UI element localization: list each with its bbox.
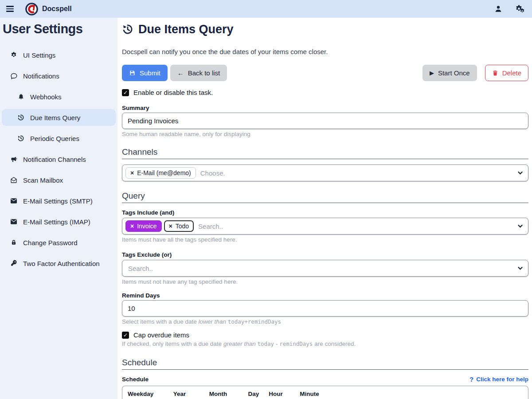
chevron-down-icon[interactable]: [517, 266, 523, 271]
sidebar-item-periodic-queries[interactable]: Periodic Queries: [2, 130, 116, 147]
schedule-month-value: *: [207, 397, 230, 399]
user-lock-icon: [10, 239, 18, 246]
summary-help: Some human readable name, only for displ…: [122, 131, 528, 137]
remind-days-help: Select items with a due date lower than …: [122, 318, 528, 325]
key-icon: [10, 260, 18, 267]
schedule-help-link[interactable]: ? Click here for help: [469, 376, 528, 383]
schedule-heading: Schedule: [122, 358, 528, 370]
sidebar-item-email-smtp[interactable]: E-Mail Settings (SMTP): [2, 192, 116, 209]
submit-button[interactable]: Submit: [122, 65, 168, 81]
delete-button[interactable]: Delete: [485, 65, 528, 81]
schedule-table-box: Weekday Year Month Day Hour Minute * – *…: [122, 386, 528, 399]
schedule-minute-value: 00: [297, 397, 322, 399]
enable-task-checkbox[interactable]: ✓: [122, 89, 129, 96]
tags-include-select[interactable]: × Invoice × Todo Search..: [122, 218, 528, 235]
brand-label: Docspell: [42, 5, 72, 13]
sidebar-item-scan-mailbox[interactable]: Scan Mailbox: [2, 172, 116, 188]
cap-overdue-row: ✓ Cap overdue items: [122, 331, 528, 339]
schedule-hour-value: 00: [263, 397, 288, 399]
tags-include-help: Items must have all the tags specified h…: [122, 236, 528, 243]
start-once-button[interactable]: ▶ Start Once: [422, 65, 477, 81]
main-content: Due Items Query Docspell can notify you …: [117, 18, 532, 399]
docspell-logo: [25, 3, 38, 16]
question-icon: ?: [469, 376, 473, 383]
remind-days-label: Remind Days: [122, 292, 528, 299]
summary-input[interactable]: [122, 113, 528, 129]
enable-task-label[interactable]: Enable or disable this task.: [133, 89, 213, 96]
trash-icon: [492, 70, 498, 76]
check-icon: ✓: [123, 90, 128, 96]
schedule-label: Schedule: [122, 376, 149, 383]
schedule-separator: –: [230, 397, 244, 399]
sidebar-item-label: UI Settings: [23, 51, 55, 59]
history-icon: [122, 23, 133, 35]
tags-include-label: Tags Include (and): [122, 209, 528, 216]
arrow-left-icon: ←: [177, 70, 184, 76]
sidebar-item-email-imap[interactable]: E-Mail Settings (IMAP): [2, 213, 116, 230]
chevron-down-icon[interactable]: [517, 223, 523, 229]
sidebar-item-label: E-Mail Settings (IMAP): [23, 218, 90, 226]
bell-icon: [17, 93, 25, 100]
sidebar-item-label: Scan Mailbox: [23, 176, 63, 184]
channels-select[interactable]: × E-Mail (me@demo) Choose.: [122, 164, 528, 181]
envelope-icon: [10, 198, 18, 204]
brand[interactable]: Docspell: [25, 3, 72, 16]
schedule-separator: –: [191, 397, 207, 399]
menu-icon[interactable]: [6, 6, 14, 12]
sidebar-item-label: Two Factor Authentication: [23, 260, 100, 267]
schedule-colon: :: [288, 397, 297, 399]
comment-icon: [10, 72, 18, 80]
sidebar-item-label: Due Items Query: [30, 114, 80, 121]
chevron-down-icon[interactable]: [517, 170, 523, 176]
top-navbar: Docspell: [0, 0, 532, 18]
tag-chip-todo[interactable]: × Todo: [164, 220, 194, 232]
sidebar-title: User Settings: [3, 22, 117, 36]
page-title-text: Due Items Query: [138, 22, 234, 36]
sidebar-item-webhooks[interactable]: Webhooks: [2, 88, 116, 105]
bullhorn-icon: [10, 156, 18, 163]
check-icon: ✓: [123, 332, 128, 338]
history-icon: [17, 114, 25, 121]
page-description: Docspell can notify you once the due dat…: [122, 48, 528, 55]
tag-chip-invoice[interactable]: × Invoice: [125, 220, 162, 232]
remove-icon[interactable]: ×: [130, 170, 134, 176]
tags-exclude-help: Items must not have any tag specified he…: [122, 278, 528, 285]
sidebar-item-notifications[interactable]: Notifications: [2, 67, 116, 84]
sidebar-item-change-password[interactable]: Change Password: [2, 234, 116, 251]
sidebar-nav: UI Settings Notifications Webhooks Due I…: [0, 47, 117, 272]
toolbar: Submit ← Back to list ▶ Start Once Delet…: [122, 65, 528, 81]
tags-exclude-select[interactable]: Search..: [122, 260, 528, 277]
history-icon: [17, 135, 25, 142]
channel-chip[interactable]: × E-Mail (me@demo): [125, 167, 196, 179]
remove-icon[interactable]: ×: [169, 223, 172, 229]
sidebar-item-label: Webhooks: [30, 93, 62, 101]
cap-overdue-label[interactable]: Cap overdue items: [133, 331, 189, 339]
query-heading: Query: [122, 191, 528, 203]
save-icon: [129, 70, 136, 76]
sidebar-item-two-factor[interactable]: Two Factor Authentication: [2, 255, 116, 272]
sidebar-item-due-items-query[interactable]: Due Items Query: [2, 109, 116, 126]
sidebar-item-label: Change Password: [23, 239, 78, 246]
channels-heading: Channels: [122, 147, 528, 159]
play-icon: ▶: [430, 70, 434, 76]
schedule-year-value: *: [168, 397, 191, 399]
sidebar-item-ui-settings[interactable]: UI Settings: [2, 47, 116, 63]
sidebar: User Settings UI Settings Notifications …: [0, 18, 117, 399]
enable-task-row: ✓ Enable or disable this task.: [122, 89, 528, 96]
tags-exclude-placeholder: Search..: [128, 265, 153, 272]
cogs-icon[interactable]: [515, 4, 526, 14]
schedule-value-row: * – * – 01 00 : 00: [128, 397, 322, 399]
tags-include-placeholder: Search..: [198, 223, 223, 230]
gear-icon: [10, 51, 18, 59]
remove-icon[interactable]: ×: [130, 223, 134, 229]
channels-placeholder: Choose.: [200, 169, 225, 177]
user-icon[interactable]: [494, 5, 502, 13]
tags-exclude-label: Tags Exclude (or): [122, 251, 528, 258]
sidebar-item-notification-channels[interactable]: Notification Channels: [2, 151, 116, 168]
schedule-label-row: Schedule ? Click here for help: [122, 376, 528, 383]
remind-days-input[interactable]: [122, 300, 528, 317]
cap-overdue-checkbox[interactable]: ✓: [122, 332, 129, 339]
back-to-list-button[interactable]: ← Back to list: [170, 65, 227, 81]
cap-overdue-help: If checked, only items with a due date g…: [122, 340, 528, 347]
sidebar-item-label: Notification Channels: [23, 156, 86, 163]
